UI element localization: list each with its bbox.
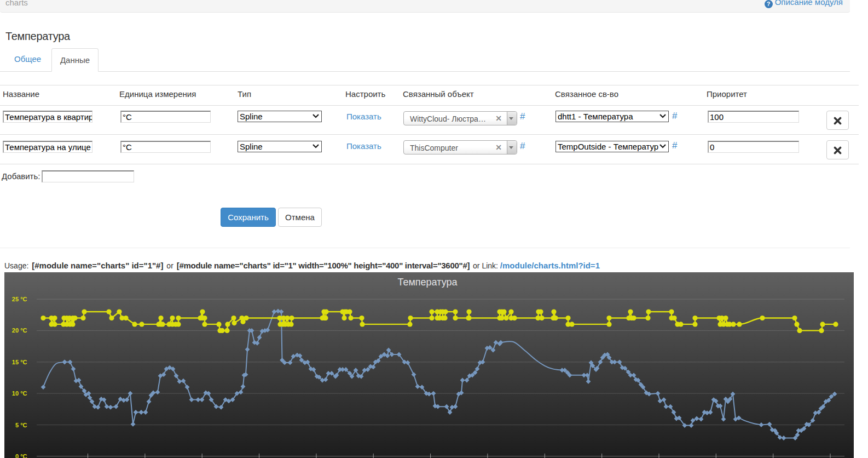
svg-text:20 °C: 20 °C: [12, 327, 27, 334]
svg-text:0 °C: 0 °C: [15, 453, 27, 458]
svg-text:Температура: Температура: [397, 277, 458, 288]
svg-text:5 °C: 5 °C: [15, 422, 27, 428]
svg-text:10 °C: 10 °C: [12, 390, 27, 397]
svg-text:15 °C: 15 °C: [12, 359, 27, 365]
svg-text:25 °C: 25 °C: [12, 296, 27, 302]
